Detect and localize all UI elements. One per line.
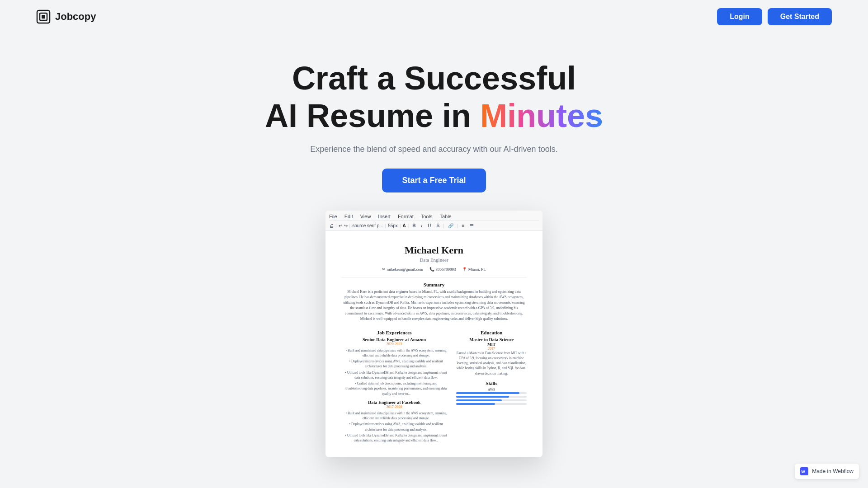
logo-icon bbox=[36, 9, 51, 24]
get-started-button[interactable]: Get Started bbox=[768, 8, 832, 25]
summary-text: Michael Kern is a proficient data engine… bbox=[341, 289, 527, 322]
skill1: AWS bbox=[456, 388, 527, 394]
skill3 bbox=[456, 399, 527, 401]
toolbar-undo-icon[interactable]: ↩ bbox=[339, 223, 342, 228]
job2-bullet3: • Utilized tools like DynamoDB and Kafka… bbox=[341, 433, 447, 443]
logo-area: Jobcopy bbox=[36, 9, 96, 24]
toolbar-bold-button[interactable]: B bbox=[410, 223, 417, 229]
experience-title: Job Experiences bbox=[341, 330, 447, 335]
job2-title: Data Engineer at Facebook bbox=[341, 400, 447, 405]
job1-title: Senior Data Engineer at Amazon bbox=[341, 337, 447, 342]
webflow-badge: W Made in Webflow bbox=[795, 464, 859, 479]
hero-minutes-word: Minutes bbox=[480, 98, 603, 134]
toolbar-font-size[interactable]: 55px bbox=[388, 223, 398, 228]
editor-toolbar: File Edit View Insert Format Tools Table… bbox=[326, 211, 542, 231]
edu-year: 2017 bbox=[456, 347, 527, 351]
hero-title-prefix: AI Resume in bbox=[265, 98, 480, 134]
resume-preview: File Edit View Insert Format Tools Table… bbox=[326, 211, 542, 458]
resume-experience-column: Job Experiences Senior Data Engineer at … bbox=[341, 325, 447, 444]
hero-title-line1: Craft a Successful bbox=[292, 61, 576, 96]
menu-file[interactable]: File bbox=[329, 214, 337, 219]
svg-rect-2 bbox=[42, 15, 45, 19]
menu-view[interactable]: View bbox=[360, 214, 371, 219]
resume-document: Michael Kern Data Engineer ✉ mikekern@gm… bbox=[326, 231, 542, 458]
toolbar-align-left[interactable]: ≡ bbox=[460, 223, 466, 229]
job1-bullet4: • Crafted detailed job descriptions, inc… bbox=[341, 381, 447, 396]
menu-table[interactable]: Table bbox=[439, 214, 451, 219]
skill2 bbox=[456, 396, 527, 398]
resume-name: Michael Kern bbox=[341, 244, 527, 256]
menu-tools[interactable]: Tools bbox=[421, 214, 433, 219]
education-title: Education bbox=[456, 330, 527, 335]
job1-bullet2: • Deployed microservices using AWS, enab… bbox=[341, 359, 447, 369]
toolbar-font-name[interactable]: source serif p... bbox=[352, 223, 383, 228]
toolbar-list-button[interactable]: ☰ bbox=[468, 223, 476, 229]
toolbar-link-button[interactable]: 🔗 bbox=[446, 223, 455, 229]
login-button[interactable]: Login bbox=[717, 8, 762, 25]
edu-school: MIT bbox=[456, 342, 527, 347]
edu-description: Earned a Master's in Data Science from M… bbox=[456, 351, 527, 376]
resume-contact: ✉ mikekern@gmail.com 📞 3056789803 📍 Miam… bbox=[341, 267, 527, 272]
menu-format[interactable]: Format bbox=[398, 214, 414, 219]
svg-text:W: W bbox=[801, 469, 805, 474]
job1-date: 2020-2023 bbox=[341, 342, 447, 346]
skill4-bar-fill bbox=[456, 403, 495, 405]
skill3-bar-bg bbox=[456, 399, 527, 401]
toolbar-strikethrough-button[interactable]: S bbox=[435, 223, 442, 229]
resume-location: 📍 Miami, FL bbox=[462, 267, 486, 272]
resume-education-skills-column: Education Master in Data Science MIT 201… bbox=[456, 325, 527, 444]
toolbar-controls: 🖨 | ↩ ↪ | source serif p... | 55px | A |… bbox=[329, 223, 539, 229]
edu-degree: Master in Data Science bbox=[456, 337, 527, 342]
summary-title: Summary bbox=[341, 282, 527, 287]
toolbar-underline-button[interactable]: U bbox=[426, 223, 433, 229]
menu-edit[interactable]: Edit bbox=[344, 214, 353, 219]
toolbar-redo-icon[interactable]: ↪ bbox=[344, 223, 348, 228]
menu-insert[interactable]: Insert bbox=[378, 214, 391, 219]
resume-job-title: Data Engineer bbox=[341, 257, 527, 263]
job1-bullet1: • Built and maintained data pipelines wi… bbox=[341, 348, 447, 358]
resume-divider bbox=[341, 277, 527, 277]
skill1-bar-bg bbox=[456, 392, 527, 394]
job1-bullet3: • Utilized tools like DynamoDB and Kafka… bbox=[341, 370, 447, 380]
skill1-label: AWS bbox=[456, 388, 527, 392]
hero-section: Craft a Successful AI Resume in Minutes … bbox=[0, 33, 868, 457]
free-trial-button[interactable]: Start a Free Trial bbox=[382, 169, 486, 192]
skill1-bar-fill bbox=[456, 392, 519, 394]
toolbar-color-icon[interactable]: A bbox=[402, 223, 406, 228]
skill3-bar-fill bbox=[456, 399, 502, 401]
hero-title-line2: AI Resume in Minutes bbox=[265, 96, 603, 135]
toolbar-print-icon[interactable]: 🖨 bbox=[329, 223, 334, 228]
job2-bullet1: • Built and maintained data pipelines wi… bbox=[341, 411, 447, 421]
logo-text: Jobcopy bbox=[55, 11, 96, 23]
hero-subtitle: Experience the blend of speed and accura… bbox=[310, 145, 557, 154]
skills-title: Skills bbox=[456, 380, 527, 386]
resume-phone: 📞 3056789803 bbox=[429, 267, 456, 272]
resume-columns: Job Experiences Senior Data Engineer at … bbox=[341, 325, 527, 444]
webflow-badge-text: Made in Webflow bbox=[812, 468, 854, 474]
navbar: Jobcopy Login Get Started bbox=[0, 0, 868, 33]
job2-bullet2: • Deployed microservices using AWS, enab… bbox=[341, 422, 447, 432]
toolbar-menu: File Edit View Insert Format Tools Table bbox=[329, 212, 539, 221]
job2-date: 2017-2020 bbox=[341, 405, 447, 409]
resume-email: ✉ mikekern@gmail.com bbox=[382, 267, 423, 272]
skill4-bar-bg bbox=[456, 403, 527, 405]
skill4 bbox=[456, 403, 527, 405]
skill2-bar-bg bbox=[456, 396, 527, 398]
nav-buttons: Login Get Started bbox=[717, 8, 832, 25]
webflow-icon: W bbox=[800, 467, 808, 475]
skill2-bar-fill bbox=[456, 396, 509, 398]
toolbar-italic-button[interactable]: I bbox=[420, 223, 425, 229]
